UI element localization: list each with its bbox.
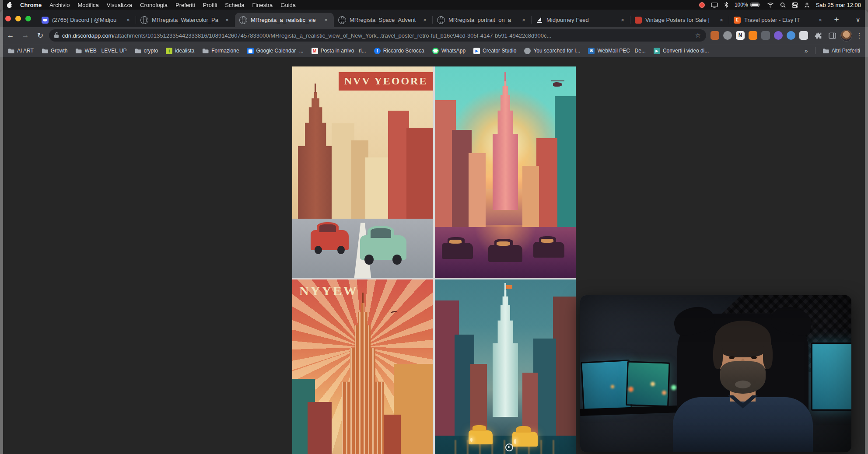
bookmark-creator-studio[interactable]: ▶Creator Studio: [470, 46, 520, 56]
extensions-puzzle-icon[interactable]: [812, 30, 824, 41]
new-tab-button[interactable]: +: [830, 13, 843, 26]
tab-realistic-view-active[interactable]: MRregista_a_realistic_vie ×: [235, 13, 334, 27]
screen-record-icon[interactable]: [699, 2, 705, 8]
menu-bar-clock[interactable]: Sab 25 mar 12:08: [816, 2, 861, 8]
close-icon[interactable]: ×: [817, 17, 824, 24]
bookmark-webmail-pec[interactable]: ✉WebMail PEC - De...: [584, 46, 649, 56]
close-icon[interactable]: ×: [125, 17, 132, 24]
bookmark-google-calendar[interactable]: Google Calendar -...: [244, 46, 307, 56]
globe-favicon: [140, 16, 148, 24]
folder-icon: [202, 48, 209, 54]
extension-icon-6[interactable]: [799, 31, 808, 40]
tab-watercolor[interactable]: MRregista_Watercolor_Pa ×: [136, 13, 235, 27]
extension-icon-4[interactable]: [774, 31, 783, 40]
menu-scheda[interactable]: Scheda: [225, 2, 244, 8]
extension-icon-2[interactable]: [723, 31, 732, 40]
close-icon[interactable]: ×: [224, 17, 231, 24]
profile-avatar[interactable]: [840, 30, 852, 42]
video-frame-edge-right: [865, 0, 868, 454]
folder-icon: [822, 48, 829, 54]
bookmark-formazione[interactable]: Formazione: [199, 46, 242, 56]
extension-icon-5[interactable]: [787, 31, 795, 40]
tab-portrait[interactable]: MRregista_portrait_on_a ×: [433, 13, 532, 27]
chrome-window: (2765) Discord | @Midjou × MRregista_Wat…: [0, 10, 868, 454]
notion-extension-icon[interactable]: N: [736, 31, 745, 40]
building-shape: [308, 402, 332, 454]
display-icon[interactable]: [711, 2, 718, 8]
close-icon[interactable]: ×: [619, 17, 626, 24]
address-bar[interactable]: cdn.discordapp.com/attachments/101351233…: [49, 29, 706, 42]
vignette: [580, 295, 851, 452]
menu-guida[interactable]: Guida: [280, 2, 296, 8]
bookmark-growth[interactable]: Growth: [38, 46, 71, 56]
tab-label: Travel poster - Etsy IT: [744, 17, 813, 23]
menu-profili[interactable]: Profili: [203, 2, 217, 8]
building-shape: [332, 123, 354, 220]
empire-state-building: [298, 92, 333, 221]
wifi-icon[interactable]: [767, 2, 774, 7]
bookmark-label: Posta in arrivo - ri...: [321, 48, 366, 54]
bookmark-you-searched[interactable]: You searched for I...: [521, 46, 584, 56]
facebook-icon: f: [374, 48, 381, 54]
bookmark-star-icon[interactable]: ☆: [695, 31, 701, 39]
yellow-taxi: [512, 432, 538, 447]
spotlight-search-icon[interactable]: [780, 2, 786, 8]
menu-app-name[interactable]: Chrome: [20, 2, 42, 8]
menu-archivio[interactable]: Archivio: [49, 2, 70, 8]
metamask-extension-icon[interactable]: [749, 31, 757, 40]
helicopter: [553, 82, 562, 87]
tab-etsy[interactable]: E Travel poster - Etsy IT ×: [729, 13, 828, 27]
bookmark-converti-video[interactable]: ▶Converti i video di...: [650, 46, 712, 56]
other-bookmarks-folder[interactable]: Altri Preferiti: [819, 46, 864, 56]
midjourney-image-grid[interactable]: NVV YEOORE: [292, 66, 576, 454]
menu-visualizza[interactable]: Visualizza: [107, 2, 132, 8]
menu-cronologia[interactable]: Cronologia: [140, 2, 168, 8]
forward-button[interactable]: →: [19, 29, 32, 42]
bookmarks-overflow-chevron[interactable]: »: [801, 47, 812, 54]
extension-icon-3[interactable]: [761, 31, 770, 40]
side-panel-icon[interactable]: [826, 30, 838, 41]
extension-icon-1[interactable]: [710, 31, 719, 40]
bookmark-idealista[interactable]: iidealista: [162, 46, 198, 56]
bookmark-gmail-inbox[interactable]: MPosta in arrivo - ri...: [308, 46, 370, 56]
tab-vintage-posters[interactable]: Vintage Posters for Sale | ×: [630, 13, 729, 27]
user-switcher-icon[interactable]: [804, 2, 810, 8]
poster-top-left: NVV YEOORE: [292, 66, 433, 278]
lock-icon[interactable]: [54, 35, 59, 38]
bookmark-crypto[interactable]: crypto: [131, 46, 162, 56]
close-icon[interactable]: ×: [520, 17, 527, 24]
tab-space-adventure[interactable]: MRregista_Space_Advent ×: [334, 13, 433, 27]
mail-icon: ✉: [588, 48, 595, 54]
close-window-button[interactable]: [5, 16, 11, 21]
close-icon[interactable]: ×: [322, 17, 329, 24]
bookmark-ai-art[interactable]: AI ART: [4, 46, 37, 56]
reload-button[interactable]: ↻: [34, 29, 46, 42]
back-button[interactable]: ←: [4, 29, 17, 42]
car-silhouette: [442, 243, 473, 258]
control-center-icon[interactable]: [792, 2, 798, 8]
apple-menu-icon[interactable]: [7, 2, 12, 8]
minimize-window-button[interactable]: [15, 16, 21, 21]
browser-menu-icon[interactable]: ⋮: [855, 31, 864, 40]
bookmark-label: AI ART: [17, 48, 34, 54]
close-icon[interactable]: ×: [421, 17, 428, 24]
tab-midjourney-feed[interactable]: Midjourney Feed ×: [532, 13, 630, 27]
close-icon[interactable]: ×: [718, 17, 725, 24]
tab-label: Vintage Posters for Sale |: [645, 17, 714, 23]
bookmark-whatsapp[interactable]: ☎WhatsApp: [429, 46, 469, 56]
tab-discord[interactable]: (2765) Discord | @Midjou ×: [37, 13, 136, 27]
bookmark-facebook-profile[interactable]: fRiccardo Scrocca: [371, 46, 428, 56]
zoom-window-button[interactable]: [25, 16, 31, 21]
bookmark-web-level-up[interactable]: WEB - LEVEL-UP: [72, 46, 130, 56]
battery-indicator[interactable]: 100%: [735, 2, 761, 8]
building-shape: [406, 128, 433, 221]
menu-finestra[interactable]: Finestra: [252, 2, 273, 8]
gmail-icon: M: [312, 48, 318, 54]
tab-search-chevron[interactable]: ∨: [851, 13, 864, 26]
whatsapp-icon: ☎: [432, 48, 439, 54]
menu-preferiti[interactable]: Preferiti: [175, 2, 195, 8]
bluetooth-icon[interactable]: [724, 2, 728, 8]
tab-label: MRregista_Space_Advent: [350, 17, 418, 23]
menu-modifica[interactable]: Modifica: [77, 2, 98, 8]
folder-icon: [8, 48, 14, 54]
